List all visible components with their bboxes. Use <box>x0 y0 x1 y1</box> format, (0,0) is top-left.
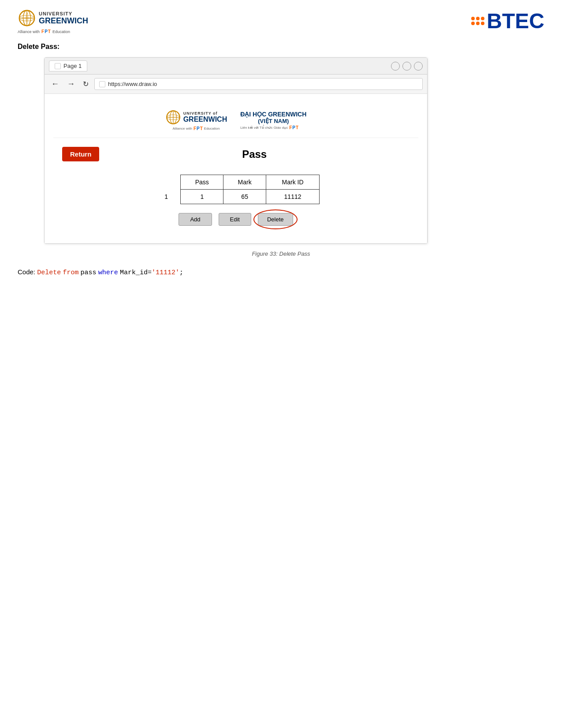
code-field-name: Mark_id <box>120 269 148 276</box>
btec-dot-4 <box>471 22 475 25</box>
inner-greenwich: GREENWICH <box>183 116 227 123</box>
btec-label: BTEC <box>487 9 544 33</box>
inner-alliance: Alliance with FPT Education <box>172 126 220 131</box>
code-line: Code: Delete from pass where Mark_id='11… <box>18 266 544 279</box>
code-table-name: pass <box>81 269 97 276</box>
table-cell-markid: 11112 <box>266 190 320 204</box>
dai-hoc-text: ĐẠI HỌC GREENWICH <box>240 111 306 118</box>
table-header-markid: Mark ID <box>266 175 320 190</box>
address-bar[interactable]: https://www.draw.io <box>94 78 423 90</box>
btec-dot-1 <box>471 17 475 20</box>
viet-nam-text: (VIỆT NAM) <box>240 118 306 124</box>
alliance-bar: Alliance with FPT Education <box>18 29 88 34</box>
data-table: Pass Mark Mark ID 1 1 65 11112 <box>152 175 320 204</box>
page-header: ✦ UNIVERSITY GREENWICH Alliance with FPT… <box>18 9 544 34</box>
table-header-mark: Mark <box>223 175 266 190</box>
minimize-button[interactable] <box>391 62 400 71</box>
table-cell-pass: 1 <box>181 190 223 204</box>
table-row-num-header <box>152 175 181 190</box>
alliance-text: Alliance with <box>18 30 40 34</box>
tab-label: Page 1 <box>63 63 82 69</box>
app-header-row: Return Pass <box>62 147 409 161</box>
code-semicolon: ; <box>179 269 183 276</box>
browser-titlebar: Page 1 <box>45 58 427 75</box>
tab-favicon <box>55 63 61 69</box>
inner-vn-logo: ĐẠI HỌC GREENWICH (VIỆT NAM) Liên kết vớ… <box>240 111 306 130</box>
btec-dot-2 <box>476 17 480 20</box>
add-button[interactable]: Add <box>179 213 212 226</box>
delete-button[interactable]: Delete <box>258 213 293 226</box>
browser-content: UNIVERSITY of GREENWICH Alliance with FP… <box>45 94 427 243</box>
url-text: https://www.draw.io <box>108 81 157 87</box>
svg-point-6 <box>24 15 29 20</box>
code-prefix: Code: <box>18 268 37 276</box>
browser-tab[interactable]: Page 1 <box>49 60 87 71</box>
maximize-button[interactable] <box>402 62 411 71</box>
fpt-logo: FPT <box>41 29 51 34</box>
greenwich-label: GREENWICH <box>39 16 88 26</box>
globe-icon: ✦ <box>18 9 36 27</box>
table-header-pass: Pass <box>181 175 223 190</box>
inner-uni-text: UNIVERSITY of GREENWICH <box>183 111 227 123</box>
svg-text:✦: ✦ <box>26 12 28 15</box>
code-where-keyword: where <box>98 269 118 276</box>
code-equals: = <box>148 269 152 276</box>
action-buttons: Add Edit Delete <box>62 213 409 226</box>
close-button[interactable] <box>414 62 423 71</box>
inner-alliance-text: Alliance with <box>172 127 192 131</box>
btec-dots <box>471 17 484 25</box>
code-value: '11112' <box>152 269 179 276</box>
education-label: Education <box>52 30 70 34</box>
browser-controls <box>391 62 423 71</box>
inner-greenwich-logo: UNIVERSITY of GREENWICH Alliance with FP… <box>165 109 227 131</box>
delete-button-wrapper: Delete <box>258 213 293 226</box>
table-cell-mark: 65 <box>223 190 266 204</box>
figure-caption: Figure 33: Delete Pass <box>18 250 544 257</box>
code-delete-keyword: Delete <box>37 269 61 276</box>
back-button[interactable]: ← <box>49 78 61 90</box>
app-content: Return Pass Pass Mark Mark ID <box>53 138 418 235</box>
edit-button[interactable]: Edit <box>219 213 251 226</box>
table-row-num: 1 <box>152 190 181 204</box>
data-table-wrapper: Pass Mark Mark ID 1 1 65 11112 <box>62 175 409 204</box>
btec-logo: BTEC <box>471 9 544 33</box>
inner-education: Education <box>204 127 220 131</box>
browser-navbar: ← → ↻ https://www.draw.io <box>45 75 427 94</box>
inner-globe-icon <box>165 109 181 125</box>
forward-button[interactable]: → <box>65 78 77 90</box>
section-title: Delete Pass: <box>18 43 544 51</box>
btec-dot-6 <box>481 22 484 25</box>
btec-dot-3 <box>481 17 484 20</box>
university-of-label: UNIVERSITY <box>39 11 88 16</box>
page-title: Pass <box>99 148 409 161</box>
inner-fpt2-logo: FPT <box>289 125 298 130</box>
inner-university-of: UNIVERSITY of <box>183 111 227 116</box>
lien-ket-text: Liên kết với Tổ chức Giáo dục FPT <box>240 125 306 130</box>
greenwich-logo: ✦ UNIVERSITY GREENWICH Alliance with FPT… <box>18 9 88 34</box>
btec-dot-5 <box>476 22 480 25</box>
inner-fpt-logo: FPT <box>194 126 203 131</box>
code-from-keyword: from <box>63 269 78 276</box>
address-favicon <box>99 81 105 87</box>
table-row: 1 1 65 11112 <box>152 190 320 204</box>
inner-header: UNIVERSITY of GREENWICH Alliance with FP… <box>53 103 418 138</box>
return-button[interactable]: Return <box>62 147 99 161</box>
browser-window: Page 1 ← → ↻ https://www.draw.io <box>44 57 428 244</box>
reload-button[interactable]: ↻ <box>81 79 91 89</box>
university-text: UNIVERSITY GREENWICH <box>39 11 88 26</box>
table-header-row: Pass Mark Mark ID <box>152 175 320 190</box>
